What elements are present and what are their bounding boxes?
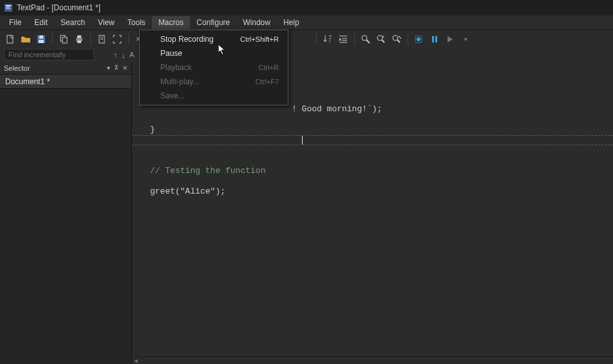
menu-view[interactable]: View xyxy=(91,16,121,29)
pause-icon[interactable] xyxy=(428,33,441,46)
sidebar-document-tab[interactable]: Document1 * xyxy=(0,75,131,89)
svg-point-31 xyxy=(417,37,420,41)
svg-line-23 xyxy=(382,40,384,42)
menuitem-stop-recording[interactable]: Stop Recording Ctrl+Shift+R xyxy=(140,32,288,46)
svg-rect-4 xyxy=(7,35,13,43)
menu-edit[interactable]: Edit xyxy=(28,16,54,29)
svg-point-26 xyxy=(393,35,398,41)
code-brace: } xyxy=(150,125,155,134)
svg-rect-9 xyxy=(62,37,67,43)
title-bar: TextPad - [Document1 *] xyxy=(0,0,613,15)
menuitem-multi-play: Multi-play... Ctrl+F7 xyxy=(140,75,288,89)
code-tail: ! Good morning!`); xyxy=(292,104,382,114)
save-icon[interactable] xyxy=(35,33,48,46)
fullscreen-icon[interactable] xyxy=(111,33,124,46)
svg-point-28 xyxy=(399,36,400,37)
menuitem-save: Save... xyxy=(140,89,288,103)
svg-rect-11 xyxy=(77,35,81,38)
find-input[interactable] xyxy=(4,49,94,60)
svg-point-29 xyxy=(400,37,401,39)
zoom-dots-icon[interactable] xyxy=(390,33,403,46)
menu-file[interactable]: File xyxy=(3,16,28,29)
find-prev-icon[interactable]: ↑ xyxy=(113,50,118,60)
toolbar: ✂ ▾ xyxy=(0,30,613,48)
svg-rect-32 xyxy=(432,36,434,42)
menu-search[interactable]: Search xyxy=(54,16,91,29)
find-match-icon[interactable]: A xyxy=(129,51,134,59)
sort-icon[interactable] xyxy=(321,33,334,46)
window-title: TextPad - [Document1 *] xyxy=(17,3,100,12)
svg-line-27 xyxy=(397,40,400,42)
scroll-left-icon[interactable]: ◄ xyxy=(132,358,140,364)
zoom-icon[interactable] xyxy=(359,33,372,46)
sidebar-title: Selector xyxy=(4,64,30,72)
horizontal-scrollbar[interactable]: ◄ xyxy=(132,356,613,364)
svg-rect-7 xyxy=(39,40,44,43)
page-icon[interactable] xyxy=(95,33,108,46)
menu-help[interactable]: Help xyxy=(277,16,306,29)
code-call: greet("Alice"); xyxy=(150,187,225,196)
menuitem-pause[interactable]: Pause xyxy=(140,46,288,60)
menu-window[interactable]: Window xyxy=(236,16,277,29)
svg-rect-12 xyxy=(77,41,81,43)
sidebar-pin-icon[interactable]: ⊼ xyxy=(114,64,118,71)
indent-icon[interactable] xyxy=(337,33,350,46)
svg-rect-6 xyxy=(39,35,43,39)
new-file-icon[interactable] xyxy=(4,33,17,46)
menu-macros[interactable]: Macros xyxy=(152,16,190,29)
print-icon[interactable] xyxy=(73,33,86,46)
app-icon xyxy=(4,3,13,12)
copy-icon[interactable] xyxy=(57,33,70,46)
find-next-icon[interactable]: ↓ xyxy=(122,50,126,60)
record-icon[interactable] xyxy=(413,33,426,46)
sidebar-tab-label: Document1 * xyxy=(5,77,50,86)
sidebar: Selector ▾ ⊼ ✕ Document1 * xyxy=(0,62,132,364)
menuitem-playback: Playback Ctrl+R xyxy=(140,60,288,75)
svg-line-21 xyxy=(366,40,370,43)
toolbar-overflow-icon[interactable]: ▾ xyxy=(459,33,472,46)
svg-rect-3 xyxy=(6,8,10,9)
menu-tools[interactable]: Tools xyxy=(121,16,152,29)
sidebar-close-icon[interactable]: ✕ xyxy=(122,64,127,71)
code-comment: // Testing the function xyxy=(150,166,265,176)
play-icon[interactable] xyxy=(444,33,457,46)
menu-bar: File Edit Search View Tools Macros Confi… xyxy=(0,15,613,30)
find-bar: ↑ ↓ A xyxy=(0,48,613,62)
svg-rect-2 xyxy=(6,7,10,8)
svg-rect-33 xyxy=(435,36,437,42)
text-caret xyxy=(302,136,303,145)
macros-dropdown: Stop Recording Ctrl+Shift+R Pause Playba… xyxy=(139,30,288,105)
code-editor[interactable]: ! Good morning!`); } // Testing the func… xyxy=(132,62,613,364)
open-folder-icon[interactable] xyxy=(19,33,32,46)
svg-rect-1 xyxy=(6,5,11,6)
svg-point-22 xyxy=(377,35,382,41)
svg-point-20 xyxy=(362,35,367,41)
sidebar-dropdown-icon[interactable]: ▾ xyxy=(107,64,110,71)
zoom-plus-icon[interactable] xyxy=(375,33,388,46)
menu-configure[interactable]: Configure xyxy=(190,16,236,29)
